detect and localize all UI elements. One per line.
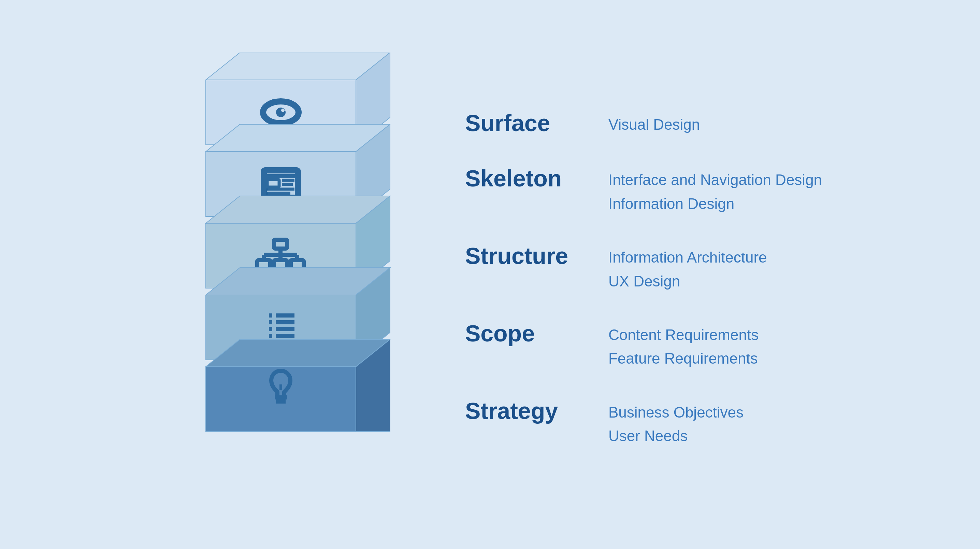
structure-desc: Information Architecture UX Design xyxy=(608,243,767,291)
surface-row: Surface Visual Design xyxy=(465,95,822,150)
strategy-desc-0: Business Objectives xyxy=(608,402,743,422)
strategy-desc-1: User Needs xyxy=(608,426,743,446)
skeleton-desc: Interface and Navigation Design Informat… xyxy=(608,165,822,214)
skeleton-desc-0: Interface and Navigation Design xyxy=(608,170,822,190)
scope-row: Scope Content Requirements Feature Requi… xyxy=(465,306,822,383)
strategy-title: Strategy xyxy=(465,397,588,424)
layer-diagram: .layer-face { stroke: #7aacd4; stroke-wi… xyxy=(158,53,424,496)
main-container: .layer-face { stroke: #7aacd4; stroke-wi… xyxy=(0,0,980,549)
layer-labels: Surface Visual Design Skeleton Interface… xyxy=(465,88,822,460)
strategy-row: Strategy Business Objectives User Needs xyxy=(465,383,822,461)
skeleton-desc-1: Information Design xyxy=(608,193,822,214)
structure-desc-0: Information Architecture xyxy=(608,247,767,267)
structure-row: Structure Information Architecture UX De… xyxy=(465,228,822,306)
skeleton-row: Skeleton Interface and Navigation Design… xyxy=(465,150,822,228)
surface-title: Surface xyxy=(465,110,588,136)
scope-desc-0: Content Requirements xyxy=(608,325,759,345)
surface-desc-0: Visual Design xyxy=(608,114,700,134)
scope-title: Scope xyxy=(465,320,588,346)
scope-desc-1: Feature Requirements xyxy=(608,348,759,369)
strategy-desc: Business Objectives User Needs xyxy=(608,397,743,446)
scope-desc: Content Requirements Feature Requirement… xyxy=(608,320,759,369)
structure-title: Structure xyxy=(465,243,588,269)
skeleton-title: Skeleton xyxy=(465,165,588,192)
surface-desc: Visual Design xyxy=(608,110,700,134)
structure-desc-1: UX Design xyxy=(608,271,767,291)
svg-point-4 xyxy=(276,107,286,117)
svg-point-5 xyxy=(281,109,285,112)
